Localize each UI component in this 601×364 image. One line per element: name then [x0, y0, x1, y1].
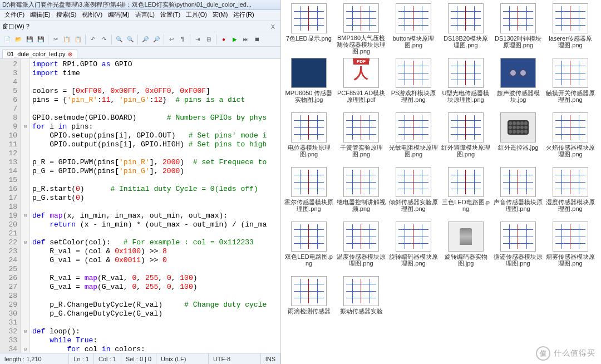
file-tile[interactable]: 触摸开关传感器原理图.png	[545, 57, 596, 110]
menu-item[interactable]: 运行(R)	[231, 10, 256, 19]
zoom-out-icon[interactable]: 🔎	[151, 35, 161, 45]
redo-icon[interactable]: ↷	[99, 35, 109, 45]
file-name: 声音传感器模块原理图.png	[494, 199, 543, 212]
file-tile[interactable]: 火焰传感器模块原理图.png	[545, 111, 596, 165]
file-grid: 7色LED显示.pngBMP180大气压检测传感器模块原理图.pngbutton…	[283, 2, 599, 328]
file-name: 超声波传感器模块.jpg	[494, 90, 543, 103]
file-tile[interactable]: MPU6050 传感器实物图.jpg	[283, 57, 334, 110]
file-thumbnail	[500, 222, 536, 252]
menu-item[interactable]: 语言(L)	[133, 10, 157, 19]
file-tile[interactable]: PS游戏杆模块原理图.png	[388, 57, 439, 110]
file-tile[interactable]: 声音传感器模块原理图.png	[492, 166, 544, 219]
close-icon[interactable]: X	[271, 23, 278, 30]
file-tile[interactable]: 红外避障模块原理图.png	[440, 111, 491, 165]
file-tile[interactable]: BMP180大气压检测传感器模块原理图.png	[336, 2, 387, 56]
save-all-icon[interactable]: 💾	[36, 35, 46, 45]
file-thumbnail	[291, 3, 327, 33]
file-tile[interactable]: 倾斜传感器实验原理图.png	[388, 166, 439, 219]
file-thumbnail	[448, 112, 484, 142]
menu-item[interactable]: 文件(F)	[2, 10, 27, 19]
file-tile[interactable]: 雨滴检测传感器	[283, 275, 334, 328]
ff-icon[interactable]: ⏭	[241, 35, 251, 45]
stop-icon[interactable]: ⏹	[252, 35, 262, 45]
file-tile[interactable]: 循迹传感器模块原理图.png	[492, 220, 544, 274]
file-thumbnail	[396, 58, 431, 88]
file-thumbnail	[553, 58, 588, 88]
file-tile[interactable]: laserer传感器原理图.png	[545, 2, 596, 56]
play-icon[interactable]: ▶	[230, 35, 240, 45]
open-icon[interactable]: 📂	[13, 35, 23, 45]
fold-icon[interactable]: ⊟	[204, 35, 214, 45]
watermark: 值 什么值得买	[536, 346, 595, 361]
file-thumbnail	[343, 276, 379, 306]
status-sel: Sel : 0 | 0	[121, 353, 156, 364]
file-thumbnail	[553, 167, 588, 197]
menu-window[interactable]: 窗口(W) ?	[2, 22, 29, 31]
copy-icon[interactable]: 📋	[62, 35, 72, 45]
file-thumbnail	[396, 167, 431, 197]
file-thumbnail	[553, 112, 588, 142]
menu-item[interactable]: 视图(V)	[80, 10, 105, 19]
menu-item[interactable]: 工具(O)	[184, 10, 209, 19]
menu-item[interactable]: 编辑(E)	[28, 10, 53, 19]
file-tile[interactable]: button模块原理图.png	[388, 2, 439, 56]
file-name: 霍尔传感器模块原理图.png	[284, 199, 333, 212]
ws-icon[interactable]: ¶	[178, 35, 188, 45]
tab-file[interactable]: 01_dule_color_led.py ⊗	[2, 49, 77, 58]
file-tile[interactable]: 干簧管实验原理图.png	[336, 111, 387, 165]
undo-icon[interactable]: ↶	[88, 35, 98, 45]
find-icon[interactable]: 🔍	[114, 35, 124, 45]
file-thumbnail	[291, 167, 327, 197]
tab-dirty-icon: ⊗	[68, 51, 72, 57]
zoom-in-icon[interactable]: 🔎	[140, 35, 150, 45]
menu-item[interactable]: 宏(M)	[210, 10, 230, 19]
menu-item[interactable]: 编码(M)	[106, 10, 132, 19]
file-thumbnail: PDF人	[343, 58, 379, 88]
menu-item[interactable]: 搜索(S)	[54, 10, 79, 19]
file-tile[interactable]: 红外遥控器.jpg	[492, 111, 544, 165]
file-tile[interactable]: 烟雾传感器模块原理图.png	[545, 220, 596, 274]
file-tile[interactable]: DS18B20模块原理图.png	[440, 2, 491, 56]
file-name: 倾斜传感器实验原理图.png	[389, 199, 438, 212]
file-name: PCF8591 AD模块原理图.pdf	[337, 90, 386, 103]
file-tile[interactable]: 三色LED电路图.png	[440, 166, 491, 219]
menu-item[interactable]: 设置(T)	[158, 10, 183, 19]
status-bar: length : 1,210 Ln : 1 Col : 1 Sel : 0 | …	[0, 353, 280, 364]
file-thumbnail	[500, 58, 536, 88]
cut-icon[interactable]: ✂	[51, 35, 61, 45]
file-tile[interactable]: DS1302时钟模块原理图.png	[492, 2, 544, 56]
file-thumbnail	[553, 222, 588, 252]
file-tile[interactable]: PDF人PCF8591 AD模块原理图.pdf	[336, 57, 387, 110]
status-length: length : 1,210	[0, 353, 69, 364]
code-content[interactable]: import RPi.GPIO as GPIO import time colo…	[30, 59, 280, 353]
file-tile[interactable]: 湿度传感器模块原理图.png	[545, 166, 596, 219]
file-tile[interactable]: U型光电传感器模块原理图.png	[440, 57, 491, 110]
indent-icon[interactable]: ⇥	[193, 35, 203, 45]
file-tile[interactable]: 光敏电阻模块原理图.png	[388, 111, 439, 165]
file-tile[interactable]: 旋转编码器实物图.jpg	[440, 220, 491, 274]
file-tile[interactable]: 超声波传感器模块.jpg	[492, 57, 544, 110]
file-name: U型光电传感器模块原理图.png	[441, 90, 490, 103]
file-thumbnail	[291, 276, 327, 306]
code-editor[interactable]: 2345678910111213141516171819202122232425…	[0, 59, 280, 353]
record-icon[interactable]: ●	[219, 35, 229, 45]
replace-icon[interactable]: 🔍	[125, 35, 135, 45]
file-thumbnail	[448, 222, 484, 252]
file-tile[interactable]: 继电器控制讲解视频.png	[336, 166, 387, 219]
file-tile[interactable]: 7色LED显示.png	[283, 2, 334, 56]
file-tile[interactable]: 双色LED电路图.png	[283, 220, 334, 274]
wrap-icon[interactable]: ↩	[166, 35, 176, 45]
file-thumbnail	[396, 112, 431, 142]
file-tile[interactable]: 霍尔传感器模块原理图.png	[283, 166, 334, 219]
file-tile[interactable]: 旋转编码器模块原理图.png	[388, 220, 439, 274]
file-tile[interactable]: 温度传感器模块原理图.png	[336, 220, 387, 274]
new-file-icon[interactable]: 📄	[2, 35, 12, 45]
file-thumbnail	[553, 3, 588, 33]
paste-icon[interactable]: 📋	[73, 35, 83, 45]
file-name: 7色LED显示.png	[286, 35, 332, 42]
watermark-text: 什么值得买	[554, 348, 595, 358]
file-thumbnail	[291, 58, 327, 88]
save-icon[interactable]: 💾	[24, 35, 35, 45]
file-tile[interactable]: 电位器模块原理图.png	[283, 111, 334, 165]
file-tile[interactable]: 振动传感器实验	[336, 275, 387, 328]
